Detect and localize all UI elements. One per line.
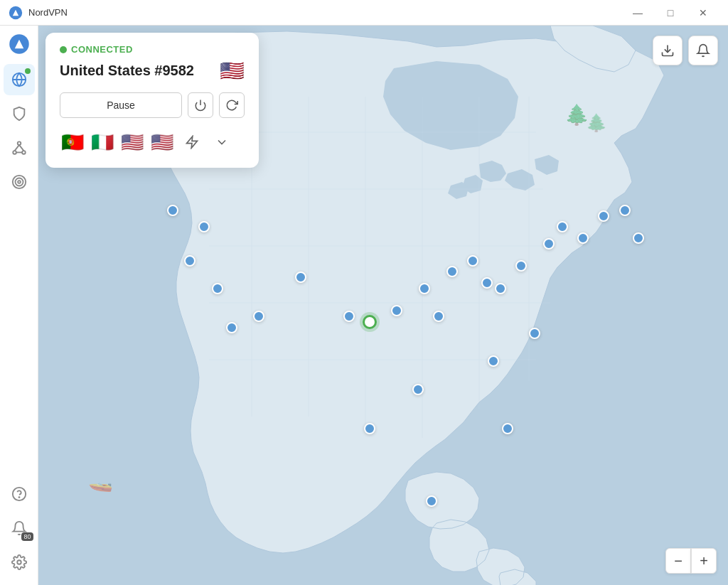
sidebar-item-meshnet[interactable] — [4, 132, 35, 163]
quick-connect-button[interactable] — [179, 129, 205, 155]
connected-panel: CONNECTED United States #9582 🇺🇸 Pause — [46, 33, 259, 168]
minimize-button[interactable]: — — [621, 0, 654, 26]
main-layout: 80 — [0, 26, 728, 585]
map-dot-7[interactable] — [343, 311, 355, 322]
map-dot-0[interactable] — [167, 205, 178, 216]
svg-text:🚤: 🚤 — [88, 469, 113, 493]
map-dot-11[interactable] — [433, 311, 444, 322]
map-dot-10[interactable] — [419, 283, 430, 294]
svg-point-3 — [17, 141, 21, 145]
server-flag: 🇺🇸 — [220, 59, 245, 82]
map-dot-1[interactable] — [198, 221, 210, 232]
app-title: NordVPN — [28, 7, 621, 18]
svg-point-4 — [13, 151, 16, 154]
map-dot-5[interactable] — [253, 311, 264, 322]
map-dot-4[interactable] — [226, 322, 237, 333]
connection-status: CONNECTED — [60, 44, 245, 55]
svg-point-5 — [22, 151, 26, 154]
map-dot-20[interactable] — [598, 210, 609, 222]
server-info: United States #9582 🇺🇸 — [60, 59, 245, 82]
sidebar: 80 — [0, 26, 38, 585]
map-dot-21[interactable] — [619, 205, 631, 216]
svg-marker-32 — [187, 136, 198, 149]
sidebar-item-map[interactable] — [4, 64, 35, 95]
maximize-button[interactable]: □ — [654, 0, 687, 26]
svg-point-11 — [18, 181, 21, 183]
map-dot-27[interactable] — [502, 423, 513, 434]
pause-button[interactable]: Pause — [60, 92, 182, 118]
sidebar-logo — [6, 31, 32, 57]
status-label: CONNECTED — [71, 44, 133, 55]
map-dot-9[interactable] — [391, 305, 402, 316]
sidebar-item-vpn[interactable] — [4, 98, 35, 129]
map-dot-17[interactable] — [543, 238, 555, 249]
map-toolbar — [653, 36, 718, 65]
map-dot-23[interactable] — [529, 328, 540, 339]
sidebar-item-notifications[interactable]: 80 — [4, 512, 35, 544]
server-name: United States #9582 — [60, 63, 194, 79]
map-dot-24[interactable] — [488, 355, 499, 367]
favorite-italy[interactable]: 🇮🇹 — [90, 129, 115, 155]
connected-indicator — [25, 68, 31, 74]
zoom-in-button[interactable]: + — [691, 548, 717, 574]
map-dot-16[interactable] — [515, 260, 527, 272]
power-button[interactable] — [188, 92, 213, 118]
more-favorites-button[interactable] — [209, 129, 235, 155]
map-dot-12[interactable] — [446, 266, 458, 277]
status-dot — [60, 46, 67, 53]
window-controls: — □ ✕ — [621, 0, 719, 26]
sidebar-item-threat-protection[interactable] — [4, 166, 35, 198]
map-dot-14[interactable] — [481, 277, 493, 289]
map-dot-3[interactable] — [212, 283, 223, 294]
map-dot-15[interactable] — [495, 283, 506, 294]
favorite-us-2[interactable]: 🇺🇸 — [149, 129, 175, 155]
reconnect-button[interactable] — [219, 92, 245, 118]
map-dot-25[interactable] — [412, 384, 424, 395]
svg-point-14 — [17, 560, 21, 564]
svg-text:🌲: 🌲 — [586, 112, 607, 133]
zoom-out-button[interactable]: − — [665, 548, 691, 574]
favorite-portugal[interactable]: 🇵🇹 — [60, 129, 85, 155]
map-container[interactable]: 🌲 🌲 🚤 — [38, 26, 728, 585]
map-dot-28[interactable] — [426, 495, 437, 507]
sidebar-item-help[interactable] — [4, 478, 35, 510]
map-dot-8[interactable] — [363, 315, 377, 329]
map-dot-13[interactable] — [467, 255, 478, 267]
action-buttons: Pause — [60, 92, 245, 118]
map-dot-22[interactable] — [633, 232, 644, 244]
nordvpn-logo — [9, 6, 23, 20]
svg-line-6 — [14, 145, 18, 151]
notification-badge: 80 — [21, 532, 33, 541]
map-dot-19[interactable] — [577, 232, 589, 244]
favorites-row: 🇵🇹 🇮🇹 🇺🇸 🇺🇸 — [60, 129, 245, 155]
sidebar-item-settings[interactable] — [4, 547, 35, 578]
svg-line-7 — [19, 145, 23, 151]
close-button[interactable]: ✕ — [687, 0, 719, 26]
titlebar: NordVPN — □ ✕ — [0, 0, 728, 26]
download-button[interactable] — [653, 36, 682, 65]
map-dot-18[interactable] — [557, 221, 568, 232]
map-dot-2[interactable] — [184, 255, 196, 267]
zoom-controls: − + — [665, 548, 717, 574]
svg-point-10 — [15, 178, 23, 186]
notification-button[interactable] — [688, 36, 718, 65]
favorite-us-1[interactable]: 🇺🇸 — [119, 129, 145, 155]
map-dot-6[interactable] — [295, 272, 306, 283]
map-dot-26[interactable] — [364, 423, 375, 434]
